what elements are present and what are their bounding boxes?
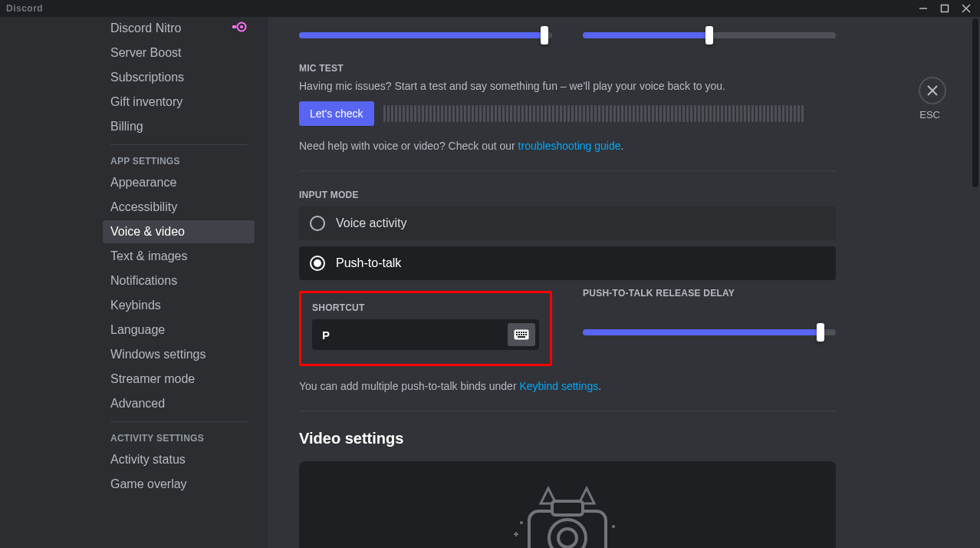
sidebar-item-nitro[interactable]: Discord Nitro [103,17,255,40]
svg-point-24 [558,529,577,547]
nitro-icon [232,21,247,35]
video-preview-box [299,461,836,548]
sidebar-item-label: Activity status [110,453,186,467]
keybind-hint: You can add multiple push-to-talk binds … [299,380,836,392]
svg-rect-12 [521,332,522,333]
record-keybind-button[interactable] [508,323,535,346]
sidebar-item-label: Text & images [110,249,187,263]
sidebar-item-label: Server Boost [110,46,181,60]
svg-point-5 [240,25,243,28]
sidebar-section-header: APP SETTINGS [103,151,255,171]
sidebar-item-windows-settings[interactable]: Windows settings [103,343,255,366]
sidebar-item-notifications[interactable]: Notifications [103,269,255,292]
svg-point-25 [520,521,523,524]
close-window-button[interactable] [955,0,977,17]
sidebar-item-label: Discord Nitro [110,21,181,35]
titlebar-brand: Discord [6,3,43,14]
keybind-settings-link[interactable]: Keybind settings [519,380,598,392]
svg-rect-6 [232,25,236,28]
sidebar-item-label: Accessibility [110,200,177,214]
svg-rect-17 [521,334,522,335]
output-volume-label: OUTPUT VOLUME [583,17,836,18]
sidebar-item-keybinds[interactable]: Keybinds [103,294,255,317]
sidebar-item-label: Language [110,323,165,337]
divider [299,170,836,171]
sidebar-item-text-images[interactable]: Text & images [103,245,255,268]
camera-placeholder-icon [498,484,636,548]
svg-rect-20 [518,336,525,338]
settings-content: ESC INPUT VOLUME OUTPUT VOLUME [268,17,980,548]
input-mode-voice-activity[interactable]: Voice activity [299,206,836,240]
svg-rect-10 [516,332,518,333]
video-settings-heading: Video settings [299,430,836,447]
sidebar-item-label: Subscriptions [110,71,184,84]
sidebar-item-label: Windows settings [110,348,206,361]
sidebar-item-label: Billing [110,120,143,134]
svg-rect-13 [523,332,525,333]
sidebar-item-accessibility[interactable]: Accessibility [103,196,255,219]
sidebar-divider [110,421,247,422]
sidebar-item-game-overlay[interactable]: Game overlay [103,473,255,496]
shortcut-highlight-box: SHORTCUT [299,291,552,366]
sidebar-item-voice-video[interactable]: Voice & video [103,220,255,243]
keyboard-icon [514,329,529,340]
input-volume-label: INPUT VOLUME [299,17,552,18]
shortcut-input-wrap [312,319,539,350]
mic-level-meter [383,105,836,122]
sidebar-item-gift-inventory[interactable]: Gift inventory [103,91,255,114]
sidebar-item-billing[interactable]: Billing [103,115,255,138]
sidebar-item-label: Voice & video [110,225,185,239]
svg-rect-15 [516,334,518,335]
maximize-button[interactable] [934,0,955,17]
ptt-delay-label: PUSH-TO-TALK RELEASE DELAY [583,288,836,299]
svg-rect-19 [525,334,527,335]
sidebar-item-label: Notifications [110,274,177,288]
input-volume-slider[interactable] [299,32,552,38]
voice-help-text: Need help with voice or video? Check out… [299,140,836,152]
sidebar-item-label: Advanced [110,397,165,411]
sidebar-item-subscriptions[interactable]: Subscriptions [103,66,255,89]
shortcut-input[interactable] [313,320,505,349]
radio-label: Push-to-talk [336,256,401,270]
output-volume-slider[interactable] [583,32,836,38]
svg-rect-18 [523,334,525,335]
sidebar-item-language[interactable]: Language [103,319,255,342]
window-controls [913,0,977,17]
sidebar-item-label: Appearance [110,176,176,190]
svg-rect-22 [552,501,583,515]
close-settings-button[interactable] [919,77,946,104]
sidebar-item-appearance[interactable]: Appearance [103,171,255,194]
settings-sidebar: Discord NitroServer BoostSubscriptionsGi… [0,17,268,548]
input-mode-label: INPUT MODE [299,190,836,200]
close-icon [926,84,939,97]
sidebar-item-activity-status[interactable]: Activity status [103,448,255,471]
troubleshooting-link[interactable]: troubleshooting guide [518,140,621,152]
radio-icon [310,216,325,231]
sidebar-item-advanced[interactable]: Advanced [103,392,255,415]
sidebar-item-server-boost[interactable]: Server Boost [103,41,255,64]
sidebar-item-streamer-mode[interactable]: Streamer mode [103,368,255,391]
sidebar-divider [110,144,247,145]
divider [299,411,836,411]
minimize-button[interactable] [913,0,934,17]
svg-rect-16 [518,334,520,335]
sidebar-item-label: Game overlay [110,477,187,491]
svg-rect-1 [942,5,949,12]
sidebar-item-label: Gift inventory [110,95,183,109]
mic-test-description: Having mic issues? Start a test and say … [299,80,836,92]
mic-test-button[interactable]: Let's check [299,101,374,126]
mic-test-label: MIC TEST [299,63,836,74]
input-mode-push-to-talk[interactable]: Push-to-talk [299,246,836,280]
sidebar-item-label: Streamer mode [110,372,195,386]
shortcut-label: SHORTCUT [312,302,539,313]
svg-point-26 [612,525,615,528]
radio-icon [310,256,325,271]
close-esc-label: ESC [919,109,940,120]
radio-label: Voice activity [336,216,406,230]
ptt-delay-slider[interactable] [583,329,836,335]
titlebar: Discord [0,0,980,17]
sidebar-item-label: Keybinds [110,299,161,312]
svg-rect-14 [525,332,527,333]
content-scrollbar[interactable] [972,18,978,187]
svg-rect-11 [518,332,520,333]
